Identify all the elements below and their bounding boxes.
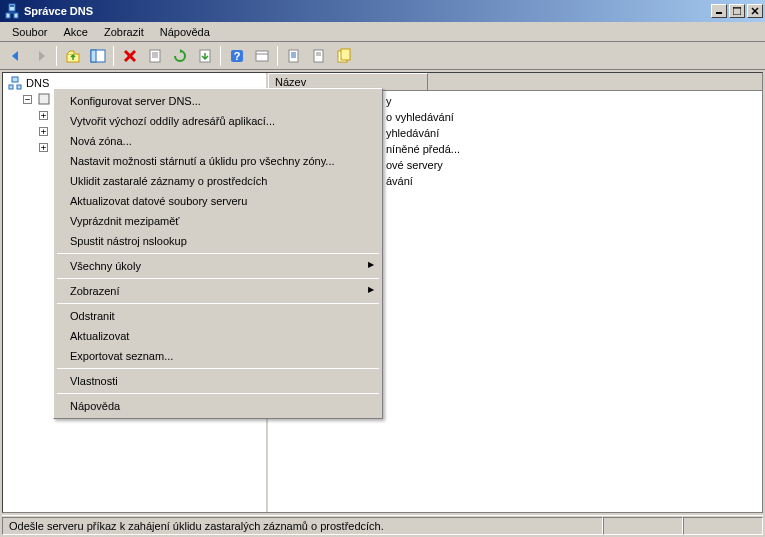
forward-button[interactable] [29,45,52,67]
ctx-nslookup[interactable]: Spustit nástroj nslookup [56,231,380,251]
ctx-configure-dns[interactable]: Konfigurovat server DNS... [56,91,380,111]
tree-pane: DNS − + + + Konfigurovat server DNS.. [3,73,268,512]
tree-root-label: DNS [26,77,49,89]
svg-rect-36 [17,85,21,89]
svg-rect-33 [341,49,350,60]
svg-rect-37 [39,94,49,104]
ctx-separator [57,253,379,254]
close-button[interactable] [747,4,763,18]
ctx-clear-cache[interactable]: Vyprázdnit mezipaměť [56,211,380,231]
svg-rect-29 [314,50,323,62]
help-button[interactable]: ? [225,45,248,67]
window-buttons [711,4,763,18]
svg-rect-23 [256,51,268,61]
ctx-refresh[interactable]: Aktualizovat [56,326,380,346]
tree-expander[interactable]: + [39,127,48,136]
status-panel [603,517,683,535]
ctx-separator [57,303,379,304]
ctx-help[interactable]: Nápověda [56,396,380,416]
ctx-all-tasks[interactable]: Všechny úkoly [56,256,380,276]
tool-button[interactable] [282,45,305,67]
menu-help[interactable]: Nápověda [152,24,218,40]
back-button[interactable] [4,45,27,67]
app-icon [4,3,20,19]
ctx-properties[interactable]: Vlastnosti [56,371,380,391]
show-hide-tree-button[interactable] [86,45,109,67]
svg-rect-34 [12,77,18,82]
export-button[interactable] [193,45,216,67]
titlebar: Správce DNS [0,0,765,22]
ctx-create-partitions[interactable]: Vytvořit výchozí oddíly adresářů aplikac… [56,111,380,131]
menu-action[interactable]: Akce [55,24,95,40]
ctx-export[interactable]: Exportovat seznam... [56,346,380,366]
svg-text:?: ? [233,50,240,62]
toolbar-sep [56,46,57,66]
toolbar: ? [0,42,765,70]
toolbar-sep [220,46,221,66]
ctx-separator [57,368,379,369]
svg-rect-2 [6,13,10,18]
toolbar-sep [113,46,114,66]
toolbar-sep [277,46,278,66]
refresh-button[interactable] [168,45,191,67]
list-item[interactable]: ávání [386,173,758,189]
list-item[interactable]: y [386,93,758,109]
window-title: Správce DNS [24,5,711,17]
tree-body: DNS − + + + Konfigurovat server DNS.. [3,73,266,157]
up-button[interactable] [61,45,84,67]
tool-button[interactable] [250,45,273,67]
list-item[interactable]: níněné předá... [386,141,758,157]
status-text: Odešle serveru příkaz k zahájení úklidu … [2,517,603,535]
svg-rect-1 [10,5,14,7]
ctx-new-zone[interactable]: Nová zóna... [56,131,380,151]
delete-button[interactable] [118,45,141,67]
tool-button[interactable] [332,45,355,67]
svg-rect-25 [289,50,298,62]
tree-expander[interactable]: + [39,143,48,152]
ctx-delete[interactable]: Odstranit [56,306,380,326]
ctx-view[interactable]: Zobrazení [56,281,380,301]
menu-file[interactable]: Soubor [4,24,55,40]
ctx-scavenge[interactable]: Uklidit zastaralé záznamy o prostředcích [56,171,380,191]
minimize-button[interactable] [711,4,727,18]
status-panel [683,517,763,535]
list-item[interactable]: o vyhledávání [386,109,758,125]
server-icon [36,91,52,107]
context-menu: Konfigurovat server DNS... Vytvořit vých… [53,88,383,419]
menubar: Soubor Akce Zobrazit Nápověda [0,22,765,42]
svg-rect-16 [150,50,160,62]
client-area: DNS − + + + Konfigurovat server DNS.. [2,72,763,513]
tool-button[interactable] [307,45,330,67]
dns-root-icon [7,75,23,91]
list-item[interactable]: yhledávání [386,125,758,141]
tree-expander[interactable]: − [23,95,32,104]
properties-button[interactable] [143,45,166,67]
ctx-update-files[interactable]: Aktualizovat datové soubory serveru [56,191,380,211]
ctx-separator [57,393,379,394]
statusbar: Odešle serveru příkaz k zahájení úklidu … [2,515,763,535]
ctx-separator [57,278,379,279]
svg-rect-3 [14,13,18,18]
ctx-set-aging[interactable]: Nastavit možnosti stárnutí a úklidu pro … [56,151,380,171]
svg-rect-35 [9,85,13,89]
tree-expander[interactable]: + [39,111,48,120]
menu-view[interactable]: Zobrazit [96,24,152,40]
maximize-button[interactable] [729,4,745,18]
list-item[interactable]: ové servery [386,157,758,173]
svg-rect-13 [91,50,96,62]
